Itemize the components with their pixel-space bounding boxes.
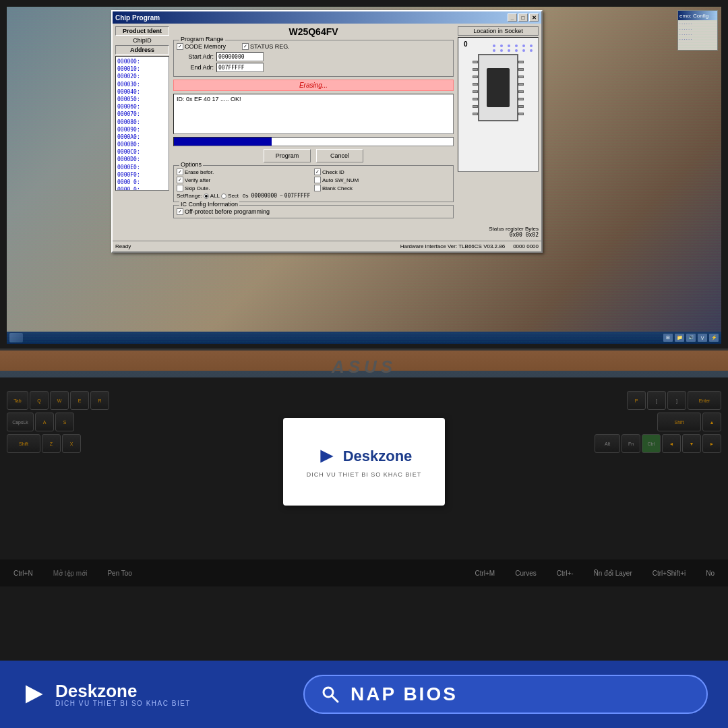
search-bar[interactable]: NAP BIOS <box>303 675 708 714</box>
start-button[interactable] <box>9 333 23 342</box>
end-adr-input[interactable]: 007FFFFF <box>216 63 264 72</box>
hardware-interface-text: Hardware Interface Ver: TLB66CS V03.2.86 <box>400 243 506 249</box>
address-panel: Product Ident ChipID Address 000000: 000… <box>115 26 169 249</box>
key-right[interactable]: ► <box>702 434 721 453</box>
brand-logo-icon <box>20 681 47 708</box>
verify-after-cb[interactable] <box>177 177 183 183</box>
from-value: 00000000 <box>251 193 278 199</box>
taskbar-icon-5[interactable]: ⚡ <box>709 334 719 342</box>
card-logo-svg <box>316 446 338 467</box>
key-w[interactable]: W <box>50 391 69 410</box>
addr-000020: 000020: <box>117 73 167 80</box>
key-z[interactable]: Z <box>42 434 61 453</box>
taskbar-icons: ⊞ 📁 🔊 V ⚡ <box>663 334 719 342</box>
key-r[interactable]: R <box>90 391 109 410</box>
code-memory-checkbox[interactable]: CODE Memory <box>177 43 226 50</box>
addr-000000: 000000: <box>117 58 167 65</box>
taskbar-icon-4[interactable]: V <box>698 334 707 342</box>
ctrl-m-hint: Ctrl+M <box>475 570 495 577</box>
key-shift-left[interactable]: Shift <box>7 434 40 453</box>
end-adr-value: 007FFFFF <box>218 65 245 71</box>
brand-logo-section: Deskzone DICH VU THIET BI SO KHAC BIET <box>20 681 191 708</box>
config-panel: emo: Config · · · · · ·· · · · · ·· · · … <box>677 10 718 51</box>
start-adr-label: Start Adr: <box>177 53 214 60</box>
pin-r3 <box>518 75 524 78</box>
search-icon <box>321 685 340 704</box>
pin-l5 <box>473 90 478 93</box>
product-ident-header: Product Ident <box>115 26 169 36</box>
options-grid: Erase befor. Check ID Verify after <box>177 169 450 191</box>
pins-right <box>518 58 524 117</box>
end-adr-label: End Adr: <box>177 64 214 71</box>
address-list: 000000: 000010: 000020: 000030: 000040: … <box>115 56 169 191</box>
start-adr-input[interactable]: 00000000 <box>216 52 264 61</box>
addr-00000x2: 0000 0: <box>117 186 167 191</box>
blank-check-option: Blank Check <box>314 185 450 191</box>
cancel-button[interactable]: Cancel <box>316 149 363 162</box>
key-fn[interactable]: Fn <box>621 434 640 453</box>
key-up[interactable]: ▲ <box>702 413 721 431</box>
deskzone-card-on-keyboard: Deskzone DICH VU THIET BI SO KHAC BIET <box>283 418 445 506</box>
ctrl-plus-hint: Ctrl+- <box>557 570 574 577</box>
asus-logo: ASUS <box>332 357 396 377</box>
key-left[interactable]: ◄ <box>662 434 681 453</box>
key-bracket1[interactable]: [ <box>647 391 666 410</box>
status-reg-value: 0x00 0x02 <box>489 232 539 238</box>
key-tab[interactable]: Tab <box>7 391 28 410</box>
key-e[interactable]: E <box>70 391 89 410</box>
verify-after-option: Verify after <box>177 177 313 183</box>
key-capslock[interactable]: CapsLk <box>7 413 34 431</box>
keyboard-area: Tab Q W E R P [ ] Enter CapsLk A S Shift… <box>0 377 728 661</box>
erase-before-cb[interactable] <box>177 169 183 175</box>
options-section: Options Erase befor. Check ID <box>173 165 454 202</box>
key-bracket2[interactable]: ] <box>667 391 686 410</box>
all-radio[interactable] <box>204 193 209 199</box>
code-memory-label: CODE Memory <box>185 43 226 50</box>
program-button[interactable]: Program <box>264 149 311 162</box>
pin-l6 <box>473 98 478 100</box>
key-enter[interactable]: Enter <box>688 391 721 410</box>
from-label: 0s <box>243 193 248 199</box>
taskbar-icon-1[interactable]: ⊞ <box>663 334 673 342</box>
auto-sw-num-cb[interactable] <box>314 177 321 183</box>
off-protect-cb[interactable] <box>177 208 183 215</box>
key-p[interactable]: P <box>627 391 646 410</box>
addr-000030: 000030: <box>117 81 167 88</box>
maximize-button[interactable]: □ <box>518 13 528 22</box>
ic-config-section: IC Config Information Off-protect before… <box>173 205 454 218</box>
code-memory-cb[interactable] <box>177 43 183 50</box>
addr-000090: 000090: <box>117 126 167 133</box>
start-adr-row: Start Adr: 00000000 <box>177 52 450 61</box>
pin-r7 <box>518 105 524 108</box>
blank-check-cb[interactable] <box>314 185 321 191</box>
key-down[interactable]: ▼ <box>682 434 701 453</box>
pin-r4 <box>518 83 524 86</box>
minimize-button[interactable]: _ <box>508 13 517 22</box>
key-s[interactable]: S <box>55 413 74 431</box>
set-range-row: SetRange: ALL Sect 0s 00000000 ~ 007FFFF… <box>177 193 450 199</box>
key-x[interactable]: X <box>62 434 81 453</box>
monitor-screen: emo: Config · · · · · ·· · · · · ·· · · … <box>7 7 721 344</box>
check-id-cb[interactable] <box>314 169 321 175</box>
ctrl-n-hint: Ctrl+N <box>13 570 33 577</box>
status-reg-cb[interactable] <box>242 43 249 50</box>
close-button[interactable]: ✕ <box>529 13 539 22</box>
key-alt-right[interactable]: Alt <box>595 434 620 453</box>
taskbar-icon-3[interactable]: 🔊 <box>686 334 696 342</box>
brand-name: Deskzone <box>55 682 191 700</box>
key-ctrl-right[interactable]: Ctrl <box>642 434 661 453</box>
no-hint: No <box>706 570 715 577</box>
chip-program-window[interactable]: Chip Program _ □ ✕ Product Ident ChipID <box>111 10 543 253</box>
progress-container <box>173 137 454 146</box>
addr-0000d0: 0000D0: <box>117 156 167 163</box>
skip-oute-cb[interactable] <box>177 185 183 191</box>
key-a[interactable]: A <box>35 413 54 431</box>
taskbar-icon-2[interactable]: 📁 <box>675 334 684 342</box>
to-value: 007FFFFF <box>284 193 311 199</box>
status-reg-checkbox[interactable]: STATUS REG. <box>242 43 290 50</box>
key-shift-right[interactable]: Shift <box>657 413 701 431</box>
window-controls[interactable]: _ □ ✕ <box>508 13 539 22</box>
window-titlebar: Chip Program _ □ ✕ <box>113 11 541 24</box>
sect-radio[interactable] <box>221 193 226 199</box>
key-q[interactable]: Q <box>30 391 49 410</box>
